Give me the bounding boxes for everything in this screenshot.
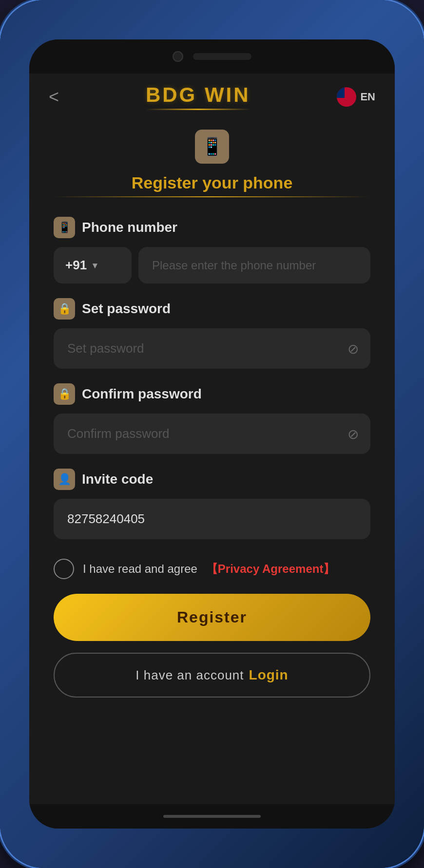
page-icon-container: 📱 xyxy=(54,130,370,164)
confirm-password-wrapper: ⊘ xyxy=(54,414,370,454)
home-bar xyxy=(163,815,261,818)
register-button[interactable]: Register xyxy=(54,594,370,641)
phone-section-icon: 📱 xyxy=(54,217,75,238)
chevron-down-icon: ▾ xyxy=(93,260,97,271)
country-code-value: +91 xyxy=(65,258,87,273)
login-btn-text: I have an account xyxy=(135,668,244,683)
privacy-row: I have read and agree 【Privacy Agreement… xyxy=(54,559,370,579)
login-btn-login: Login xyxy=(249,667,289,683)
logo-underline xyxy=(146,109,251,110)
privacy-link[interactable]: 【Privacy Agreement】 xyxy=(206,561,335,577)
privacy-text: I have read and agree xyxy=(83,562,197,576)
lock-icon: 🔒 xyxy=(58,302,71,315)
page-title: Register your phone xyxy=(54,173,370,192)
password-input[interactable] xyxy=(54,328,370,369)
password-section-icon: 🔒 xyxy=(54,298,75,320)
invite-section-icon: 👤 xyxy=(54,469,75,490)
confirm-eye-icon[interactable]: ⊘ xyxy=(347,426,359,442)
header: < BDG WIN EN xyxy=(29,74,395,120)
phone-label: Phone number xyxy=(82,220,177,235)
confirm-label: Confirm password xyxy=(82,386,202,402)
phone-row: +91 ▾ xyxy=(54,247,370,283)
password-label: Set password xyxy=(82,301,171,317)
phone-screen: < BDG WIN EN 📱 Register your phone xyxy=(29,39,395,829)
confirm-section-label: 🔒 Confirm password xyxy=(54,383,370,405)
phone-input[interactable] xyxy=(138,247,370,283)
login-button[interactable]: I have an account Login xyxy=(54,653,370,698)
password-wrapper: ⊘ xyxy=(54,328,370,369)
language-label: EN xyxy=(360,91,375,103)
invite-section-label: 👤 Invite code xyxy=(54,469,370,490)
invite-label: Invite code xyxy=(82,472,153,487)
front-camera xyxy=(173,51,183,62)
language-button[interactable]: EN xyxy=(337,87,375,107)
speaker xyxy=(193,53,251,60)
page-icon-box: 📱 xyxy=(195,130,229,164)
logo-text: BDG WIN xyxy=(146,83,251,107)
phone-register-icon: 📱 xyxy=(201,136,223,157)
main-content: 📱 Register your phone 📱 Phone number +91… xyxy=(29,120,395,804)
confirm-lock-icon: 🔒 xyxy=(58,388,71,400)
title-divider xyxy=(54,196,370,197)
invite-code-input[interactable] xyxy=(54,499,370,539)
notch-area xyxy=(29,39,395,74)
logo-container: BDG WIN xyxy=(146,83,251,110)
confirm-section-icon: 🔒 xyxy=(54,383,75,405)
eye-icon[interactable]: ⊘ xyxy=(347,340,359,357)
country-code-button[interactable]: +91 ▾ xyxy=(54,247,132,283)
back-button[interactable]: < xyxy=(49,87,59,107)
phone-icon: 📱 xyxy=(58,221,71,234)
confirm-password-input[interactable] xyxy=(54,414,370,454)
phone-frame: < BDG WIN EN 📱 Register your phone xyxy=(0,0,424,868)
phone-section-label: 📱 Phone number xyxy=(54,217,370,238)
user-icon: 👤 xyxy=(58,473,71,486)
privacy-checkbox[interactable] xyxy=(54,559,74,579)
home-indicator xyxy=(29,804,395,829)
flag-icon xyxy=(337,87,356,107)
password-section-label: 🔒 Set password xyxy=(54,298,370,320)
